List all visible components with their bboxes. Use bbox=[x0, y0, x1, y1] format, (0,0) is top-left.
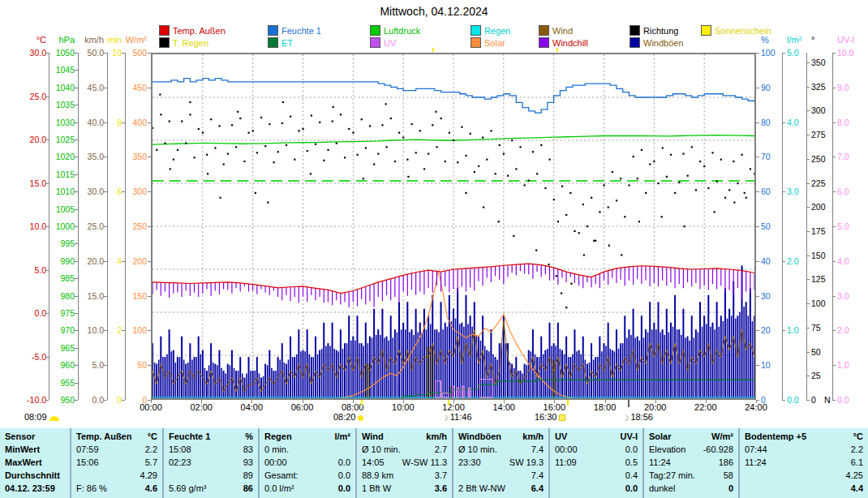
table-cell: l/m² bbox=[334, 431, 350, 444]
direction-dot bbox=[365, 147, 367, 148]
direction-dot bbox=[407, 176, 409, 178]
table-cell: Tag:27 min. bbox=[649, 470, 695, 483]
table-cell: -60.928 bbox=[703, 444, 733, 457]
axis-tick-label: 4.0 bbox=[837, 257, 849, 265]
table-cell: dunkel bbox=[649, 483, 675, 496]
direction-dot bbox=[645, 192, 647, 194]
marker-1630: 16:30 bbox=[535, 412, 566, 422]
x-tick-label: 04:00 bbox=[241, 402, 264, 412]
table-cell: 2.7 bbox=[435, 444, 447, 457]
table-cell: 0.0 bbox=[338, 470, 350, 483]
axis-tick bbox=[756, 191, 759, 192]
direction-dot bbox=[231, 124, 233, 126]
direction-dot bbox=[153, 127, 153, 129]
axis-tick bbox=[45, 357, 49, 358]
table-cell: 4.4 bbox=[851, 483, 863, 496]
axis-tick-label: 40 bbox=[761, 257, 771, 265]
axis-tick-label: -5.0 bbox=[0, 353, 46, 361]
axis-tick-label: 965 bbox=[0, 344, 75, 352]
sunrise-icon bbox=[358, 415, 363, 421]
legend-item-uv: UV bbox=[370, 37, 396, 47]
axis-tick-label: 1.0 bbox=[837, 361, 849, 369]
direction-dot bbox=[369, 125, 371, 127]
axis-tick-label: 80 bbox=[761, 118, 771, 127]
axis-tick-label: 325 bbox=[811, 83, 826, 91]
direction-dot bbox=[336, 143, 337, 144]
axis-tick bbox=[806, 303, 810, 304]
table-cell: 86 bbox=[243, 483, 253, 496]
axis-tick bbox=[75, 105, 78, 105]
legend-label: Regen bbox=[484, 26, 510, 36]
direction-dot bbox=[532, 151, 534, 152]
axis-tick-label: 100 bbox=[761, 49, 776, 57]
axis-tick bbox=[75, 140, 78, 140]
axis-tick bbox=[756, 122, 759, 123]
table-cell: 0.5 bbox=[625, 457, 638, 470]
axis-tick-label: 50 bbox=[761, 222, 771, 230]
x-tick bbox=[504, 400, 505, 403]
direction-dot bbox=[181, 120, 183, 122]
legend-label: T. Regen bbox=[173, 38, 208, 48]
axis-tick bbox=[75, 243, 78, 244]
table-column: Regenl/m²0 min.00:000.0Gesamt:0.00.0 l/m… bbox=[258, 428, 355, 498]
legend-color-swatch bbox=[539, 37, 549, 48]
axis-tick-label: 60 bbox=[761, 187, 771, 195]
direction-dot bbox=[499, 144, 501, 146]
direction-dot bbox=[223, 163, 225, 165]
x-tick bbox=[201, 400, 202, 403]
direction-dot bbox=[528, 179, 530, 181]
table-cell: 3.7 bbox=[435, 470, 447, 483]
axis-tick bbox=[832, 261, 836, 262]
direction-dot bbox=[570, 283, 572, 285]
table-cell: 5.7 bbox=[145, 457, 157, 470]
x-tick bbox=[151, 400, 152, 403]
table-cell: UV bbox=[555, 431, 567, 444]
legend-label: Windböen bbox=[643, 38, 684, 48]
direction-dot bbox=[310, 173, 312, 174]
axis-tick-label: 5.0 bbox=[0, 266, 46, 274]
direction-dot bbox=[255, 192, 256, 194]
direction-dot bbox=[474, 171, 475, 173]
legend-item-temp-au-en: Temp. Außen bbox=[159, 25, 226, 35]
direction-dot bbox=[470, 133, 471, 135]
direction-dot bbox=[381, 124, 383, 126]
direction-dot bbox=[327, 149, 329, 151]
axis-tick-label: 250 bbox=[0, 222, 147, 230]
axis-tick bbox=[756, 88, 759, 88]
direction-dot bbox=[662, 147, 664, 148]
direction-dot bbox=[189, 114, 191, 115]
direction-dot bbox=[202, 132, 204, 134]
direction-dot bbox=[156, 149, 157, 151]
table-cell: 14:05 bbox=[362, 457, 385, 470]
direction-dot bbox=[513, 235, 514, 237]
direction-dot bbox=[465, 155, 466, 157]
axis-line-l/m² bbox=[782, 53, 783, 400]
axis-tick bbox=[832, 88, 836, 88]
axis-tick-label: 250 bbox=[811, 155, 826, 163]
event-tick bbox=[448, 400, 449, 406]
table-cell: % bbox=[245, 431, 253, 444]
direction-dot bbox=[160, 114, 161, 115]
direction-dot bbox=[624, 216, 625, 217]
event-tick bbox=[567, 400, 569, 406]
direction-dot bbox=[415, 152, 417, 153]
table-cell: W-SW 11.3 bbox=[402, 457, 447, 470]
direction-dot bbox=[486, 159, 488, 161]
direction-dot bbox=[256, 152, 258, 153]
direction-dot bbox=[373, 163, 375, 165]
legend-color-swatch bbox=[539, 25, 549, 36]
axis-unit-UV-I: UV-I bbox=[837, 35, 854, 45]
axis-tick bbox=[782, 400, 785, 401]
direction-dot bbox=[207, 173, 208, 174]
legend-item-richtung: Richtung bbox=[630, 25, 678, 35]
direction-dot bbox=[720, 159, 722, 161]
axis-tick-label: 0 bbox=[0, 396, 147, 404]
table-cell: UV-I bbox=[621, 431, 638, 444]
axis-tick-label: 450 bbox=[0, 84, 147, 92]
direction-dot bbox=[621, 254, 622, 255]
axis-tick-label: 50 bbox=[0, 361, 147, 369]
direction-dot bbox=[406, 159, 408, 161]
compass-north-label: N bbox=[824, 396, 831, 404]
marker-time: 16:30 bbox=[535, 412, 557, 422]
direction-dot bbox=[356, 154, 358, 156]
